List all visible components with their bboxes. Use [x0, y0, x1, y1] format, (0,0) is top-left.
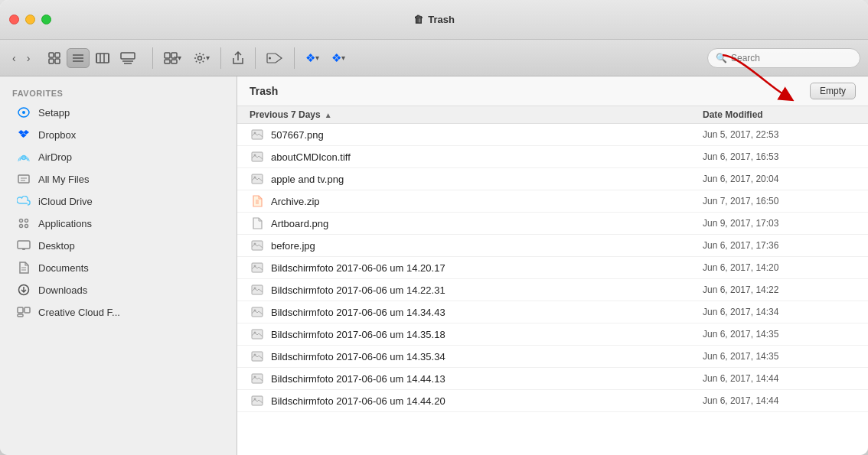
column-name-header[interactable]: Previous 7 Days ▲: [250, 109, 703, 120]
svg-point-61: [254, 376, 256, 379]
svg-rect-30: [18, 241, 30, 249]
maximize-button[interactable]: [41, 15, 51, 24]
svg-rect-38: [18, 314, 23, 317]
sidebar-label-downloads: Downloads: [38, 284, 87, 296]
sidebar-item-creativecloud[interactable]: Creative Cloud F...: [5, 301, 232, 323]
file-name: Bildschirmfoto 2017-06-06 um 14.44.20: [271, 395, 703, 407]
main-header: Trash Empty: [237, 76, 868, 106]
trash-title-icon: 🗑: [413, 14, 423, 25]
svg-point-20: [269, 57, 271, 59]
sidebar-item-setapp[interactable]: Setapp: [5, 102, 232, 123]
table-row[interactable]: Bildschirmfoto 2017-06-06 um 14.22.31Jun…: [237, 279, 868, 301]
dropbox-button-2[interactable]: ❖ ▾: [327, 48, 350, 68]
search-box[interactable]: 🔍: [707, 48, 860, 68]
sort-arrow-up: ▲: [325, 111, 332, 119]
table-row[interactable]: Bildschirmfoto 2017-06-06 um 14.35.18Jun…: [237, 323, 868, 346]
table-row[interactable]: apple and tv.pngJun 6, 2017, 20:04: [237, 168, 868, 190]
list-view-button[interactable]: [67, 48, 90, 68]
table-row[interactable]: Bildschirmfoto 2017-06-06 um 14.20.17Jun…: [237, 257, 868, 279]
file-date: Jun 6, 2017, 14:35: [703, 351, 856, 362]
dropbox-dropdown-arrow-1: ▾: [315, 54, 319, 62]
cover-flow-icon: [120, 52, 135, 64]
back-button[interactable]: ‹: [8, 49, 21, 67]
arrange-icon: [164, 52, 178, 64]
sidebar-item-icloud[interactable]: iCloud Drive: [5, 190, 232, 212]
file-date: Jun 7, 2017, 16:50: [703, 196, 856, 206]
file-date: Jun 6, 2017, 16:53: [703, 151, 856, 162]
sidebar-item-downloads[interactable]: Downloads: [5, 279, 232, 301]
main-panel: Trash Empty Previous 7 Days ▲ Date Modif…: [237, 76, 868, 455]
empty-button[interactable]: Empty: [810, 83, 856, 99]
dropbox-dropdown-arrow-2: ▾: [341, 54, 345, 62]
share-button[interactable]: [227, 48, 249, 68]
icon-view-button[interactable]: [44, 48, 65, 68]
file-name: 507667.png: [271, 129, 703, 141]
table-row[interactable]: 507667.pngJun 5, 2017, 22:53: [237, 124, 868, 146]
svg-rect-3: [55, 59, 60, 63]
file-name: Bildschirmfoto 2017-06-06 um 14.35.18: [271, 329, 703, 340]
close-button[interactable]: [9, 15, 19, 24]
minimize-button[interactable]: [25, 15, 35, 24]
column-view-button[interactable]: [91, 48, 114, 68]
nav-group: ‹ ›: [8, 49, 34, 67]
svg-point-28: [20, 225, 23, 228]
tag-icon: [266, 53, 283, 63]
sidebar-label-applications: Applications: [38, 218, 92, 229]
sidebar-item-documents[interactable]: Documents: [5, 257, 232, 278]
file-name: Archive.zip: [271, 196, 703, 207]
table-row[interactable]: Bildschirmfoto 2017-06-06 um 14.35.34Jun…: [237, 346, 868, 368]
file-name: Bildschirmfoto 2017-06-06 um 14.20.17: [271, 262, 703, 274]
svg-point-27: [25, 219, 28, 223]
table-row[interactable]: before.jpgJun 6, 2017, 17:36: [237, 235, 868, 257]
dropbox-icon-2: ❖: [331, 51, 341, 65]
sidebar-item-airdrop[interactable]: AirDrop: [5, 146, 232, 167]
separator-4: [294, 47, 295, 69]
svg-point-40: [254, 132, 256, 135]
sidebar-label-dropbox: Dropbox: [38, 129, 76, 141]
table-row[interactable]: Bildschirmfoto 2017-06-06 um 14.34.43Jun…: [237, 301, 868, 323]
table-row[interactable]: Artboard.pngJun 9, 2017, 17:03: [237, 213, 868, 235]
arrange-button[interactable]: ▾: [159, 49, 186, 67]
table-row[interactable]: Archive.zipJun 7, 2017, 16:50: [237, 190, 868, 213]
sidebar-item-applications[interactable]: Applications: [5, 213, 232, 234]
file-icon: [250, 282, 265, 297]
forward-button[interactable]: ›: [22, 49, 35, 67]
sidebar-item-dropbox[interactable]: Dropbox: [5, 124, 232, 145]
column-date-header[interactable]: Date Modified: [703, 109, 856, 120]
sidebar-item-allmyfiles[interactable]: All My Files: [5, 168, 232, 190]
svg-rect-36: [18, 307, 23, 313]
separator-3: [255, 47, 256, 69]
cover-flow-button[interactable]: [116, 48, 140, 68]
dropbox-sidebar-icon: [17, 128, 31, 141]
file-icon: [250, 127, 265, 142]
view-group: [44, 48, 140, 68]
file-icon: [250, 327, 265, 342]
file-icon: [250, 349, 265, 364]
dropbox-button-1[interactable]: ❖ ▾: [301, 48, 324, 68]
svg-rect-11: [96, 54, 109, 63]
sidebar-label-desktop: Desktop: [38, 240, 75, 252]
search-input[interactable]: [731, 53, 852, 63]
table-row[interactable]: aboutCMDIcon.tiffJun 6, 2017, 16:53: [237, 146, 868, 168]
file-date: Jun 9, 2017, 17:03: [703, 218, 856, 229]
table-row[interactable]: Bildschirmfoto 2017-06-06 um 14.44.13Jun…: [237, 368, 868, 390]
downloads-icon: [17, 283, 31, 297]
search-icon: 🔍: [716, 53, 727, 63]
gear-icon: [194, 52, 206, 64]
traffic-lights: [9, 15, 51, 24]
tag-button[interactable]: [262, 50, 288, 67]
file-date: Jun 6, 2017, 17:36: [703, 240, 856, 251]
svg-rect-16: [171, 53, 177, 58]
sidebar-item-desktop[interactable]: Desktop: [5, 235, 232, 256]
sidebar-label-allmyfiles: All My Files: [38, 174, 89, 185]
file-icon: [250, 371, 265, 386]
file-name: Bildschirmfoto 2017-06-06 um 14.44.13: [271, 373, 703, 385]
arrange-dropdown-arrow: ▾: [178, 54, 181, 62]
table-row[interactable]: Bildschirmfoto 2017-06-06 um 14.44.20Jun…: [237, 390, 868, 412]
action-button[interactable]: ▾: [189, 49, 214, 67]
svg-rect-2: [49, 59, 54, 63]
finder-window: 🗑 Trash ‹ ›: [0, 0, 868, 455]
title-bar: 🗑 Trash: [0, 0, 868, 40]
setapp-icon: [17, 106, 31, 119]
svg-point-51: [254, 265, 256, 268]
